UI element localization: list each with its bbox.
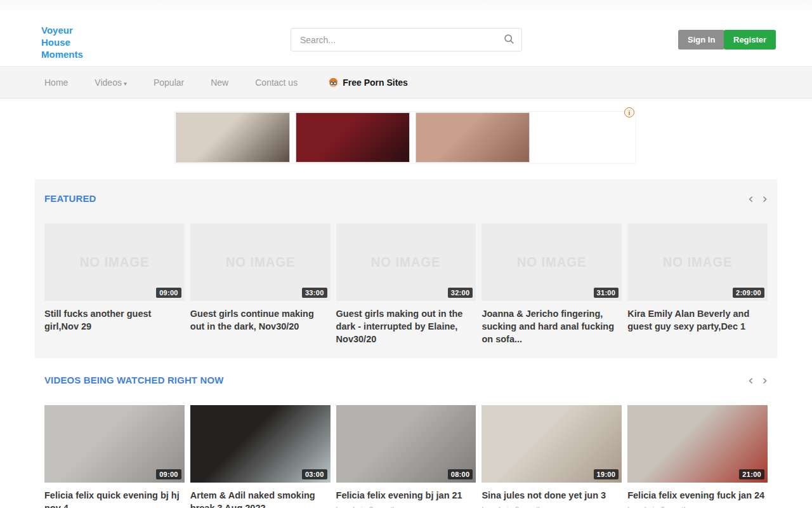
video-card[interactable]: 09:00 Felicia felix quick evening bj hj … — [44, 405, 185, 508]
no-image-placeholder: NO IMAGE — [225, 254, 295, 271]
search-icon — [504, 34, 514, 46]
carousel-next-icon[interactable]: › — [763, 375, 768, 385]
nav-promo-label: Free Porn Sites — [343, 77, 408, 88]
video-card[interactable]: NO IMAGE 33:00 Guest girls continue maki… — [190, 224, 331, 345]
video-uploader: by admin 6 months ago — [481, 505, 622, 508]
video-thumbnail[interactable]: 09:00 — [44, 405, 185, 483]
video-thumbnail[interactable]: NO IMAGE 2:09:00 — [627, 224, 768, 301]
video-title[interactable]: Felicia felix evening fuck jan 24 — [627, 489, 768, 502]
being-watched-section: VIDEOS BEING WATCHED RIGHT NOW ‹ › 09:00… — [35, 358, 777, 508]
logo-line-1: Voyeur — [41, 24, 83, 36]
no-image-placeholder: NO IMAGE — [663, 254, 733, 271]
video-title[interactable]: Guest girls continue making out in the d… — [190, 307, 331, 333]
nav-item-videos[interactable]: Videos▾ — [95, 77, 127, 88]
video-thumbnail[interactable]: 03:00 — [190, 405, 331, 483]
no-image-placeholder: NO IMAGE — [371, 254, 441, 271]
site-header: Voyeur House Moments Sign In Register — [0, 0, 812, 66]
video-thumbnail[interactable]: NO IMAGE 09:00 — [44, 224, 185, 301]
video-card[interactable]: NO IMAGE 2:09:00 Kira Emily Alan Beverly… — [627, 224, 768, 345]
register-button[interactable]: Register — [724, 30, 776, 50]
ad-banner-strip: i — [0, 98, 812, 179]
duration-badge: 21:00 — [739, 469, 764, 479]
no-image-placeholder: NO IMAGE — [517, 254, 587, 271]
search-button[interactable] — [496, 29, 521, 51]
duration-badge: 09:00 — [156, 469, 181, 479]
video-title[interactable]: Sina jules not done yet jun 3 — [481, 489, 622, 502]
duration-badge: 32:00 — [448, 288, 473, 298]
duration-badge: 2:09:00 — [733, 288, 764, 298]
logo-line-3: Moments — [41, 48, 83, 60]
featured-cards-row: NO IMAGE 09:00 Still fucks another guest… — [44, 224, 768, 345]
search-bar — [291, 28, 522, 51]
nav-item-new[interactable]: New — [211, 77, 228, 88]
video-thumbnail[interactable]: 19:00 — [481, 405, 622, 483]
video-thumbnail[interactable]: NO IMAGE 32:00 — [336, 224, 476, 301]
video-card[interactable]: NO IMAGE 32:00 Guest girls making out in… — [336, 224, 476, 345]
video-card[interactable]: 03:00 Artem & Adil naked smoking break 3… — [190, 405, 331, 508]
main-nav: Home Videos▾ Popular New Contact us Free… — [0, 66, 812, 98]
ad-slide[interactable] — [296, 112, 410, 163]
featured-section: FEATURED ‹ › NO IMAGE 09:00 Still fucks … — [35, 179, 777, 358]
duration-badge: 09:00 — [156, 288, 181, 298]
no-image-placeholder: NO IMAGE — [80, 254, 150, 271]
video-title[interactable]: Still fucks another guest girl,Nov 29 — [44, 307, 185, 333]
video-card[interactable]: 21:00 Felicia felix evening fuck jan 24 … — [627, 405, 768, 508]
nav-item-free-porn-sites[interactable]: Free Porn Sites — [328, 77, 408, 88]
video-uploader: by admin 6 months ago — [336, 505, 476, 508]
video-title[interactable]: Felicia felix quick evening bj hj nov 4 — [44, 489, 185, 508]
nav-item-contact[interactable]: Contact us — [255, 77, 298, 88]
nav-item-popular[interactable]: Popular — [154, 77, 184, 88]
ad-slide[interactable] — [416, 112, 530, 163]
duration-badge: 03:00 — [302, 469, 327, 479]
duration-badge: 08:00 — [448, 469, 473, 479]
video-card[interactable]: NO IMAGE 31:00 Joanna & Jericho fingerin… — [481, 224, 622, 345]
nav-item-home[interactable]: Home — [44, 77, 68, 88]
chevron-down-icon: ▾ — [124, 80, 127, 87]
duration-badge: 31:00 — [594, 288, 619, 298]
watched-cards-row: 09:00 Felicia felix quick evening bj hj … — [44, 405, 768, 508]
section-title-being-watched: VIDEOS BEING WATCHED RIGHT NOW — [44, 375, 223, 386]
section-title-featured: FEATURED — [44, 193, 96, 204]
ad-info-icon[interactable]: i — [624, 107, 634, 117]
carousel-prev-icon[interactable]: ‹ — [748, 375, 753, 385]
video-title[interactable]: Artem & Adil naked smoking break 3 Aug 2… — [190, 489, 331, 508]
video-title[interactable]: Joanna & Jericho fingering, sucking and … — [481, 307, 622, 345]
video-thumbnail[interactable]: 08:00 — [336, 405, 476, 483]
video-title[interactable]: Felicia felix evening bj jan 21 — [336, 489, 476, 502]
video-thumbnail[interactable]: 21:00 — [627, 405, 768, 483]
duration-badge: 19:00 — [594, 469, 619, 479]
carousel-prev-icon[interactable]: ‹ — [748, 194, 753, 204]
video-thumbnail[interactable]: NO IMAGE 31:00 — [481, 224, 622, 301]
carousel-next-icon[interactable]: › — [763, 194, 768, 204]
mascot-icon — [328, 77, 339, 88]
logo-line-2: House — [41, 36, 83, 48]
ad-banner — [174, 111, 636, 164]
video-title[interactable]: Guest girls making out in the dark - int… — [336, 307, 476, 345]
video-card[interactable]: 08:00 Felicia felix evening bj jan 21 by… — [336, 405, 476, 508]
site-logo[interactable]: Voyeur House Moments — [41, 24, 83, 60]
sign-in-button[interactable]: Sign In — [678, 30, 724, 50]
video-uploader: by admin 6 months ago — [627, 505, 768, 508]
search-input[interactable] — [291, 35, 496, 45]
video-thumbnail[interactable]: NO IMAGE 33:00 — [190, 224, 331, 301]
video-card[interactable]: 19:00 Sina jules not done yet jun 3 by a… — [481, 405, 622, 508]
duration-badge: 33:00 — [302, 288, 327, 298]
video-title[interactable]: Kira Emily Alan Beverly and guest guy se… — [627, 307, 768, 333]
ad-slide[interactable] — [176, 112, 290, 163]
video-card[interactable]: NO IMAGE 09:00 Still fucks another guest… — [44, 224, 185, 345]
